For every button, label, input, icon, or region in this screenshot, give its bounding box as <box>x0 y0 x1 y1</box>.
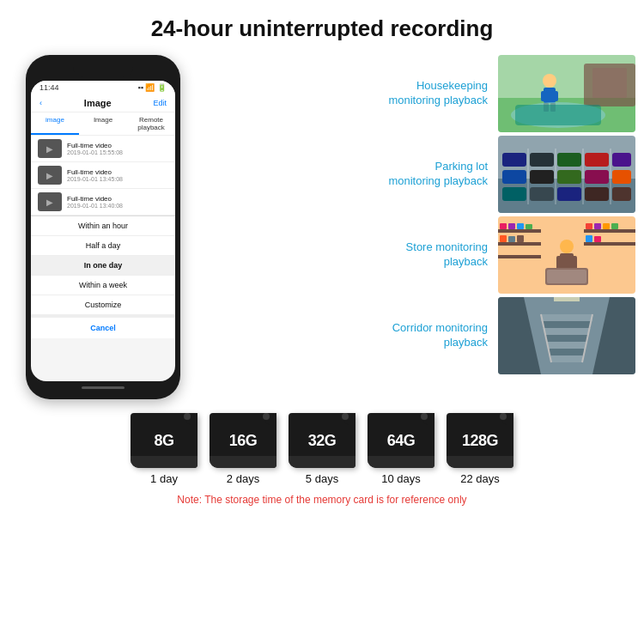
thumb-1: ▶ <box>38 139 62 158</box>
item-title-3: Full-time video <box>67 195 168 203</box>
sd-card-label-64g: 64G <box>387 432 416 450</box>
sd-card-notch-16g <box>263 413 270 420</box>
svg-point-4 <box>543 74 556 88</box>
sd-card-32g: 32G <box>289 413 355 468</box>
item-text-1: Full-time video 2019-01-01 15:55:08 <box>67 142 168 155</box>
sd-card-notch-8g <box>184 413 191 420</box>
svg-point-53 <box>560 240 574 253</box>
sd-card-128g: 128G <box>447 413 513 468</box>
svg-rect-41 <box>508 223 515 229</box>
dropdown-item-1[interactable]: Within an hour <box>31 216 175 236</box>
svg-rect-42 <box>517 223 524 229</box>
dropdown-item-4[interactable]: Within a week <box>31 276 175 295</box>
svg-rect-69 <box>546 335 587 342</box>
dropdown-item-2[interactable]: Half a day <box>31 236 175 256</box>
page-title: 24-hour uninterrupted recording <box>0 15 644 42</box>
svg-rect-15 <box>530 153 554 167</box>
svg-rect-39 <box>584 242 635 246</box>
edit-button[interactable]: Edit <box>153 99 167 107</box>
monitor-label-store: Store monitoringplayback <box>202 240 491 270</box>
storage-card-128g: 128G 22 days <box>447 413 513 485</box>
item-title-2: Full-time video <box>67 168 168 176</box>
thumb-3: ▶ <box>38 192 62 211</box>
back-button[interactable]: ‹ <box>39 99 42 107</box>
item-date-3: 2019-01-01 13:40:08 <box>67 203 168 209</box>
sd-card-label-16g: 16G <box>229 432 258 450</box>
storage-note: Note: The storage time of the memory car… <box>177 494 466 506</box>
phone-section: 11:44 ▪▪ 📶 🔋 ‹ Image Edit image Image Re… <box>9 51 197 399</box>
list-item-3[interactable]: ▶ Full-time video 2019-01-01 13:40:08 <box>31 189 175 216</box>
svg-rect-14 <box>502 153 526 167</box>
svg-rect-71 <box>550 349 584 355</box>
svg-rect-36 <box>498 242 541 246</box>
svg-rect-24 <box>502 187 526 201</box>
svg-rect-16 <box>557 153 581 167</box>
list-item-1[interactable]: ▶ Full-time video 2019-01-01 15:55:08 <box>31 136 175 162</box>
monitor-label-parking: Parking lotmonitoring playback <box>202 160 491 189</box>
svg-rect-40 <box>500 223 507 229</box>
monitoring-section: Housekeepingmonitoring playback <box>197 51 635 399</box>
storage-cards-row: 8G 1 day 16G 2 days 32G 5 days <box>131 413 513 485</box>
storage-day-32g: 5 days <box>306 472 338 485</box>
svg-rect-44 <box>500 235 507 242</box>
svg-rect-55 <box>556 256 564 270</box>
svg-rect-18 <box>612 153 631 167</box>
sd-card-label-8g: 8G <box>154 432 173 450</box>
tab-image[interactable]: image <box>31 112 79 135</box>
storage-card-16g: 16G 2 days <box>210 413 276 485</box>
tab-image2[interactable]: Image <box>79 112 127 135</box>
phone-time: 11:44 <box>39 83 59 92</box>
sd-card-8g: 8G <box>131 413 197 468</box>
monitor-image-housekeeping <box>498 55 635 132</box>
svg-rect-19 <box>502 170 526 184</box>
monitor-row-housekeeping: Housekeepingmonitoring playback <box>202 55 635 132</box>
svg-rect-7 <box>551 91 558 101</box>
sd-card-notch-64g <box>421 413 428 420</box>
svg-rect-43 <box>526 224 532 229</box>
svg-rect-21 <box>557 170 581 184</box>
screen-dropdown: Within an hour Half a day In one day Wit… <box>31 216 175 338</box>
svg-rect-23 <box>612 170 631 184</box>
svg-rect-45 <box>508 236 515 242</box>
phone-home-indicator <box>82 386 125 389</box>
monitor-row-corridor: Corridor monitoringplayback <box>202 297 635 374</box>
play-icon-3: ▶ <box>46 197 53 207</box>
item-text-2: Full-time video 2019-01-01 13:45:08 <box>67 168 168 182</box>
svg-rect-49 <box>603 223 610 229</box>
storage-card-32g: 32G 5 days <box>289 413 355 485</box>
svg-rect-48 <box>594 223 601 229</box>
svg-rect-51 <box>586 235 592 242</box>
monitor-image-store <box>498 216 635 294</box>
header: 24-hour uninterrupted recording <box>0 0 644 51</box>
play-icon-2: ▶ <box>46 171 53 180</box>
page-container: 24-hour uninterrupted recording 11:44 ▪▪… <box>0 0 644 644</box>
screen-tabs: image Image Remote playback <box>31 112 175 136</box>
item-date-2: 2019-01-01 13:45:08 <box>67 176 168 182</box>
sd-card-64g: 64G <box>368 413 434 468</box>
svg-rect-70 <box>548 342 586 349</box>
storage-card-8g: 8G 1 day <box>131 413 197 485</box>
dropdown-item-3[interactable]: In one day <box>31 256 175 276</box>
play-icon-1: ▶ <box>46 144 53 154</box>
list-item-2[interactable]: ▶ Full-time video 2019-01-01 13:45:08 <box>31 162 175 189</box>
dropdown-item-5[interactable]: Customize <box>31 295 175 315</box>
svg-rect-17 <box>585 153 609 167</box>
svg-rect-6 <box>541 91 548 101</box>
sd-card-label-128g: 128G <box>462 432 498 450</box>
sd-card-16g: 16G <box>210 413 276 468</box>
svg-rect-46 <box>517 235 524 242</box>
monitor-label-corridor: Corridor monitoringplayback <box>202 321 491 350</box>
phone-screen: 11:44 ▪▪ 📶 🔋 ‹ Image Edit image Image Re… <box>31 81 175 381</box>
svg-rect-27 <box>585 187 609 201</box>
svg-rect-28 <box>612 187 631 201</box>
monitor-image-corridor <box>498 297 635 374</box>
phone-status-icons: ▪▪ 📶 🔋 <box>138 83 167 92</box>
sd-card-label-32g: 32G <box>308 432 337 450</box>
svg-rect-11 <box>515 105 601 125</box>
svg-rect-47 <box>586 223 592 229</box>
cancel-button[interactable]: Cancel <box>31 315 175 338</box>
tab-remote-playback[interactable]: Remote playback <box>127 112 175 135</box>
svg-rect-3 <box>592 68 627 98</box>
svg-rect-72 <box>551 355 582 362</box>
svg-rect-38 <box>584 229 635 233</box>
